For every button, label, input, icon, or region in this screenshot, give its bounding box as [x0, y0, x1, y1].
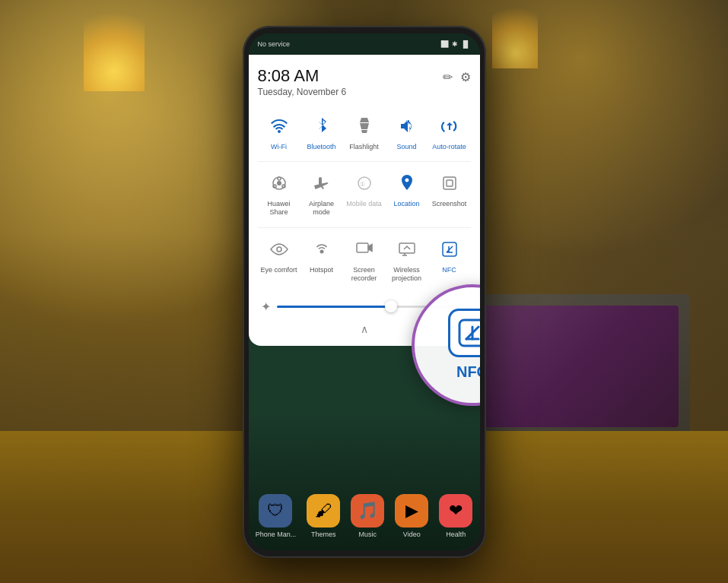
brightness-icon: ✦	[261, 299, 271, 314]
phone-screen: No service ⬜ ✱ ▐▌ 8:08 AM Tuesday, Novem…	[249, 33, 480, 550]
qs-autorotate[interactable]: Auto-rotate	[428, 108, 471, 156]
cast-icon: ⬜	[440, 40, 449, 48]
huaweishare-icon	[265, 170, 293, 197]
airplanemode-icon	[308, 170, 335, 197]
location-label: Location	[393, 200, 419, 208]
qs-bluetooth[interactable]: Bluetooth	[300, 108, 343, 156]
svg-rect-11	[357, 243, 368, 252]
svg-point-9	[277, 247, 281, 252]
flashlight-icon	[351, 112, 378, 140]
airplanemode-label: Airplane mode	[302, 200, 342, 217]
hotspot-icon	[308, 236, 335, 263]
bluetooth-label: Bluetooth	[307, 143, 335, 151]
health-icon: ❤	[439, 494, 472, 528]
bluetooth-status-icon: ✱	[452, 40, 458, 48]
video-icon: ▶	[395, 494, 428, 528]
bg-lamp2	[492, 0, 538, 68]
flashlight-label: Flashlight	[349, 143, 379, 151]
qs-screenrecorder[interactable]: Screen recorder	[343, 231, 386, 287]
mobiledata-label: Mobile data	[346, 200, 382, 208]
battery-icon: ▐▌	[461, 40, 471, 48]
qs-hotspot[interactable]: Hotspot	[300, 231, 343, 287]
svg-text:①: ①	[360, 181, 365, 188]
divider-1	[258, 161, 471, 162]
phoneman-label: Phone Man...	[256, 531, 297, 538]
brightness-thumb[interactable]	[385, 300, 397, 312]
music-label: Music	[359, 531, 377, 538]
qs-huaweishare[interactable]: Huawei Share	[258, 165, 300, 221]
status-icons: ⬜ ✱ ▐▌	[440, 40, 471, 48]
qs-mobiledata[interactable]: ① Mobile data	[343, 165, 386, 221]
svg-point-4	[282, 185, 285, 188]
wirelessprojection-label: Wireless projection	[392, 266, 421, 283]
qs-row-1: Wi-Fi Bluetooth	[258, 108, 471, 156]
panel-header-icons: ✏ ⚙	[443, 67, 471, 84]
qs-row-3: Eye comfort Hotspot	[258, 231, 471, 287]
qs-screenshot[interactable]: Screenshot	[428, 165, 471, 221]
app-music[interactable]: 🎵 Music	[351, 494, 384, 538]
qs-row-2: Huawei Share Airplane mode ①	[258, 165, 471, 221]
screenshot-icon	[436, 170, 463, 197]
qs-airplanemode[interactable]: Airplane mode	[300, 165, 343, 221]
wirelessprojection-icon	[393, 236, 421, 263]
nfc-big-icon	[448, 309, 480, 357]
sound-icon	[393, 112, 421, 140]
health-label: Health	[446, 531, 466, 538]
settings-icon[interactable]: ⚙	[460, 70, 471, 84]
wifi-label: Wi-Fi	[271, 143, 287, 151]
hotspot-label: Hotspot	[310, 266, 333, 274]
divider-2	[258, 227, 471, 228]
nfc-big-label: NFC	[456, 363, 480, 381]
qs-flashlight[interactable]: Flashlight	[343, 108, 386, 156]
qs-eyecomfort[interactable]: Eye comfort	[258, 231, 300, 287]
bg-laptop-screen	[473, 306, 679, 427]
location-icon	[393, 170, 421, 197]
bg-lamp	[84, 0, 145, 91]
qs-location[interactable]: Location	[386, 165, 428, 221]
app-video[interactable]: ▶ Video	[395, 494, 428, 538]
app-themes[interactable]: 🖌 Themes	[307, 494, 340, 538]
nfc-small-label: NFC	[442, 266, 456, 274]
qs-sound[interactable]: Sound	[386, 108, 428, 156]
music-icon: 🎵	[351, 494, 384, 528]
svg-point-2	[278, 177, 281, 180]
screenshot-label: Screenshot	[432, 200, 467, 208]
qs-wifi[interactable]: Wi-Fi	[258, 108, 300, 156]
nfc-small-icon	[436, 236, 463, 263]
autorotate-label: Auto-rotate	[432, 143, 466, 151]
status-bar: No service ⬜ ✱ ▐▌	[249, 33, 480, 55]
eyecomfort-icon	[265, 236, 293, 263]
huaweishare-label: Huawei Share	[259, 200, 299, 217]
svg-rect-14	[459, 320, 480, 346]
qs-nfc[interactable]: NFC	[428, 231, 471, 287]
screenrecorder-label: Screen recorder	[351, 266, 377, 283]
svg-point-10	[319, 250, 323, 254]
themes-icon: 🖌	[307, 494, 340, 528]
app-health[interactable]: ❤ Health	[439, 494, 472, 538]
edit-icon[interactable]: ✏	[443, 70, 453, 84]
panel-date: Tuesday, November 6	[258, 87, 347, 97]
themes-label: Themes	[311, 531, 336, 538]
app-phoneman[interactable]: 🛡 Phone Man...	[256, 494, 297, 538]
status-no-service: No service	[258, 40, 291, 48]
svg-point-1	[277, 181, 281, 185]
mobiledata-icon: ①	[351, 170, 378, 197]
panel-header: 8:08 AM Tuesday, November 6 ✏ ⚙	[258, 67, 471, 97]
phoneman-icon: 🛡	[259, 494, 292, 528]
svg-rect-12	[399, 243, 415, 253]
video-label: Video	[403, 531, 421, 538]
home-area: 🛡 Phone Man... 🖌 Themes 🎵 Music ▶ Video …	[249, 413, 480, 550]
eyecomfort-label: Eye comfort	[260, 266, 297, 274]
sound-label: Sound	[396, 143, 416, 151]
bluetooth-icon	[308, 112, 335, 140]
svg-rect-7	[443, 177, 456, 189]
svg-rect-8	[447, 180, 453, 186]
autorotate-icon	[436, 112, 463, 140]
screenrecorder-icon	[351, 236, 378, 263]
wifi-icon	[265, 112, 293, 140]
qs-wirelessprojection[interactable]: Wireless projection	[386, 231, 428, 287]
svg-point-3	[273, 185, 276, 188]
home-apps: 🛡 Phone Man... 🖌 Themes 🎵 Music ▶ Video …	[256, 494, 473, 538]
panel-time-block: 8:08 AM Tuesday, November 6	[258, 67, 347, 97]
phone-frame: No service ⬜ ✱ ▐▌ 8:08 AM Tuesday, Novem…	[243, 26, 486, 558]
